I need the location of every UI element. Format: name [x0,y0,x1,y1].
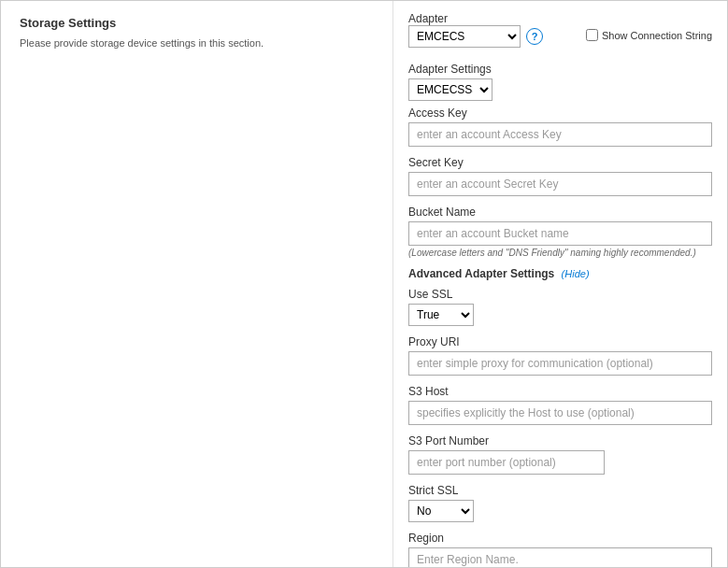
bucket-name-hint: (Lowercase letters and "DNS Friendly" na… [408,248,712,258]
s3-port-group: S3 Port Number [408,434,712,475]
region-input[interactable] [408,547,712,567]
bucket-name-group: Bucket Name (Lowercase letters and "DNS … [408,206,712,258]
advanced-hide-link[interactable]: (Hide) [562,268,590,279]
access-key-label: Access Key [408,106,712,120]
proxy-uri-label: Proxy URI [408,335,712,348]
s3-port-label: S3 Port Number [408,434,712,447]
secret-key-label: Secret Key [408,156,712,169]
storage-settings-desc: Please provide storage device settings i… [20,37,374,49]
region-label: Region [408,532,712,545]
adapter-settings-label: Adapter Settings [408,63,492,76]
access-key-input[interactable] [408,122,712,147]
access-key-group: Access Key [408,106,712,147]
strict-ssl-label: Strict SSL [408,484,712,497]
proxy-uri-group: Proxy URI [408,335,712,376]
right-panel: Adapter EMCECS S3 Azure GCS ? Show Conne… [393,1,727,567]
adapter-label: Adapter [408,12,448,25]
use-ssl-select[interactable]: True False [408,304,474,326]
adapter-settings-select[interactable]: EMCECSS3 EMCECS [408,78,492,101]
strict-ssl-select[interactable]: No Yes [408,500,474,522]
storage-settings-title: Storage Settings [20,16,374,30]
adapter-select[interactable]: EMCECS S3 Azure GCS [408,25,521,48]
proxy-uri-input[interactable] [408,351,712,376]
s3-host-label: S3 Host [408,385,712,398]
s3-host-input[interactable] [408,401,712,425]
advanced-section-header: Advanced Adapter Settings (Hide) [408,267,712,280]
secret-key-group: Secret Key [408,156,712,196]
use-ssl-group: Use SSL True False [408,288,712,326]
strict-ssl-group: Strict SSL No Yes [408,484,712,522]
advanced-title: Advanced Adapter Settings [408,267,554,280]
s3-port-input[interactable] [408,450,605,475]
bucket-name-label: Bucket Name [408,206,712,219]
region-group: Region [408,532,712,567]
use-ssl-label: Use SSL [408,288,712,301]
bucket-name-input[interactable] [408,221,712,246]
show-connection-string-checkbox[interactable] [586,29,598,41]
left-panel: Storage Settings Please provide storage … [1,1,393,567]
s3-host-group: S3 Host [408,385,712,425]
help-icon[interactable]: ? [526,28,543,45]
show-connection-string-label: Show Connection String [602,30,712,41]
secret-key-input[interactable] [408,172,712,196]
